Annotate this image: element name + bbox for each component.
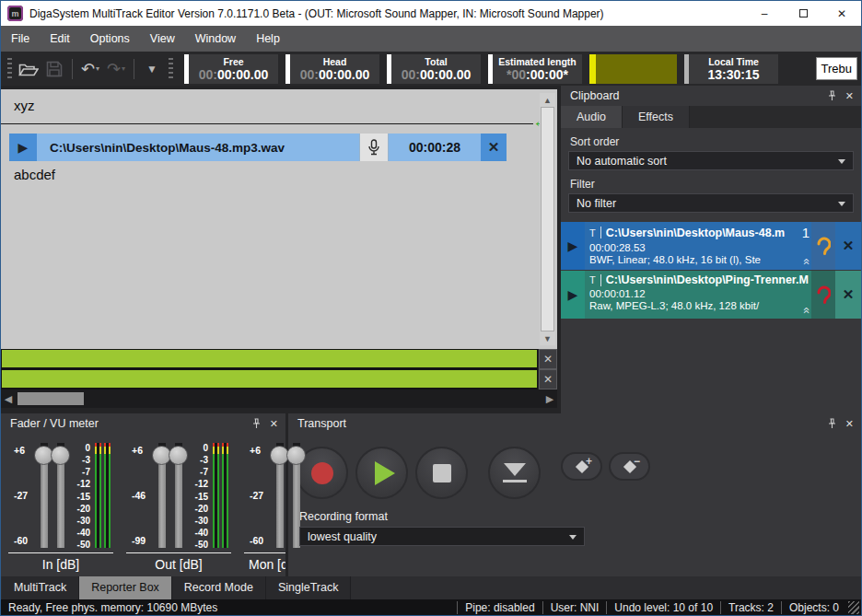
scroll-down-icon[interactable]: ▼ xyxy=(540,331,555,345)
fader-mid-label: -46 xyxy=(132,490,146,501)
track-note-label: abcdef xyxy=(14,167,55,182)
tab-effects[interactable]: Effects xyxy=(623,106,690,128)
dropdown-triangle-icon: ▼ xyxy=(146,63,157,76)
fader-min-label: -60 xyxy=(14,535,28,546)
pin-icon[interactable] xyxy=(252,418,261,429)
font-select-button[interactable]: Trebu xyxy=(816,57,857,80)
item-play-button[interactable]: ▶ xyxy=(561,271,585,319)
track-close-button[interactable]: ✕ xyxy=(481,134,507,161)
item-format: BWF, Linear; 48.0 kHz, 16 bit (l), Ste xyxy=(589,254,800,266)
item-duration: 00:00:01.12 xyxy=(589,287,810,300)
fader-min-label: -60 xyxy=(250,535,263,546)
recording-format-value: lowest quality xyxy=(308,530,377,543)
clipboard-item[interactable]: ▶ T C:\Users\nin\Desktop\Ping-Trenner.M … xyxy=(561,271,861,319)
panel-close-icon[interactable]: ✕ xyxy=(845,90,854,102)
fader-knob[interactable] xyxy=(51,446,70,465)
track-play-button[interactable]: ▶ xyxy=(9,134,37,161)
tab-multitrack[interactable]: MultiTrack xyxy=(2,576,79,599)
fader-slider[interactable] xyxy=(154,443,170,548)
fader-slider[interactable] xyxy=(170,443,187,548)
open-file-button[interactable] xyxy=(16,57,41,81)
panel-close-icon[interactable]: ✕ xyxy=(270,418,278,430)
tab-singletrack[interactable]: SingleTrack xyxy=(266,576,352,599)
toolbar-grip[interactable] xyxy=(169,58,173,80)
item-info[interactable]: T C:\Users\nin\Desktop\Maus-48.m 1 00:00… xyxy=(585,222,811,270)
resize-grip[interactable] xyxy=(848,601,859,614)
recording-format-select[interactable]: lowest quality xyxy=(299,527,585,546)
counter-value: *00:00:00* xyxy=(507,67,568,82)
redo-button[interactable]: ↷▾ xyxy=(103,57,129,81)
play-icon: ▶ xyxy=(568,287,578,302)
filter-value: No filter xyxy=(577,197,616,210)
counter-label: Estimated length xyxy=(498,56,577,67)
fader-slider[interactable] xyxy=(52,443,69,548)
undo-button[interactable]: ↶▾ xyxy=(77,57,103,81)
minimize-button[interactable]: – xyxy=(745,1,784,26)
menu-options[interactable]: Options xyxy=(80,26,140,52)
pin-icon[interactable] xyxy=(828,418,836,429)
item-play-button[interactable]: ▶ xyxy=(561,222,585,270)
add-marker-button[interactable]: + xyxy=(561,452,602,481)
menu-window[interactable]: Window xyxy=(185,26,246,52)
counter-value: 00:00:00.00 xyxy=(300,67,370,82)
tab-record-mode[interactable]: Record Mode xyxy=(172,576,266,599)
item-remove-button[interactable]: ✕ xyxy=(835,222,861,270)
fader-knob[interactable] xyxy=(169,446,188,465)
clipboard-item[interactable]: ▶ T C:\Users\nin\Desktop\Maus-48.m 1 00:… xyxy=(561,222,861,270)
filter-select[interactable]: No filter xyxy=(568,193,854,213)
item-prelisten-button[interactable] xyxy=(811,222,835,270)
scroll-right-icon[interactable]: ▶ xyxy=(542,393,557,405)
toolbar-separator xyxy=(134,59,134,79)
play-button[interactable] xyxy=(355,447,408,499)
menu-view[interactable]: View xyxy=(140,26,185,52)
menu-file[interactable]: File xyxy=(1,26,40,52)
menu-edit[interactable]: Edit xyxy=(40,26,80,52)
toolbar-dropdown-button[interactable]: ▼ xyxy=(139,57,165,81)
pin-icon[interactable] xyxy=(828,90,836,101)
scroll-left-icon[interactable]: ◀ xyxy=(1,393,16,405)
remove-marker-button[interactable]: − xyxy=(609,452,650,481)
scrollbar-thumb[interactable] xyxy=(541,107,554,331)
menu-help[interactable]: Help xyxy=(246,26,290,52)
toolbar-grip[interactable] xyxy=(7,58,12,80)
clipboard-panel-header: Clipboard ✕ xyxy=(561,86,861,106)
lane-close-button[interactable]: ✕ xyxy=(539,349,557,369)
editor-vertical-scrollbar[interactable]: ▲ ▼ xyxy=(540,93,555,345)
fader-knob[interactable] xyxy=(286,446,306,465)
item-remove-button[interactable]: ✕ xyxy=(835,271,861,319)
transport-panel-header: Transport ✕ xyxy=(288,413,861,434)
tab-reporter-box[interactable]: Reporter Box xyxy=(79,576,172,599)
expand-chevrons-icon[interactable]: « xyxy=(801,258,810,264)
clipboard-item-list: ▶ T C:\Users\nin\Desktop\Maus-48.m 1 00:… xyxy=(561,222,861,320)
audio-track-object[interactable]: ▶ C:\Users\nin\Desktop\Maus-48.mp3.wav 0… xyxy=(9,134,507,161)
counter-label: Head xyxy=(323,56,347,67)
item-info[interactable]: T C:\Users\nin\Desktop\Ping-Trenner.M 00… xyxy=(585,271,811,319)
fader-slider[interactable] xyxy=(36,443,52,548)
titlebar: m DigaSystem MultiTrack Editor Version 7… xyxy=(1,1,861,26)
save-button[interactable] xyxy=(41,57,67,81)
track-lane-bar[interactable] xyxy=(1,349,538,369)
track-lane-bar[interactable] xyxy=(1,369,538,389)
close-button[interactable]: ✕ xyxy=(822,1,861,26)
editor-canvas[interactable]: xyz ← ▶ C:\Users\nin\Desktop\Maus-48.mp3… xyxy=(1,89,557,349)
scrollbar-thumb[interactable] xyxy=(17,392,84,405)
vu-scale: 0-3-7 -12-15-20 -30-40-50 xyxy=(188,443,211,550)
counter-total: Total 00:00:00.00 xyxy=(387,54,481,84)
tab-audio[interactable]: Audio xyxy=(561,106,623,128)
lane-close-button[interactable]: ✕ xyxy=(539,369,557,389)
editor-horizontal-scrollbar[interactable]: ◀ ▶ xyxy=(1,389,557,408)
panel-title: Clipboard xyxy=(570,89,828,102)
scroll-up-icon[interactable]: ▲ xyxy=(540,93,555,107)
fader-slider[interactable] xyxy=(272,443,288,548)
vu-meter-strips xyxy=(95,443,113,548)
item-prelisten-button[interactable] xyxy=(811,271,835,319)
maximize-button[interactable] xyxy=(784,1,822,26)
expand-chevrons-icon[interactable]: « xyxy=(801,307,810,313)
track-record-button[interactable] xyxy=(359,134,389,161)
panel-close-icon[interactable]: ✕ xyxy=(845,418,854,430)
goto-end-button[interactable] xyxy=(488,447,541,499)
stop-button[interactable] xyxy=(415,447,468,499)
undo-dropdown-icon[interactable]: ▾ xyxy=(96,64,99,73)
sort-order-select[interactable]: No automatic sort xyxy=(568,151,854,170)
vu-meter-level-bar xyxy=(589,54,596,84)
